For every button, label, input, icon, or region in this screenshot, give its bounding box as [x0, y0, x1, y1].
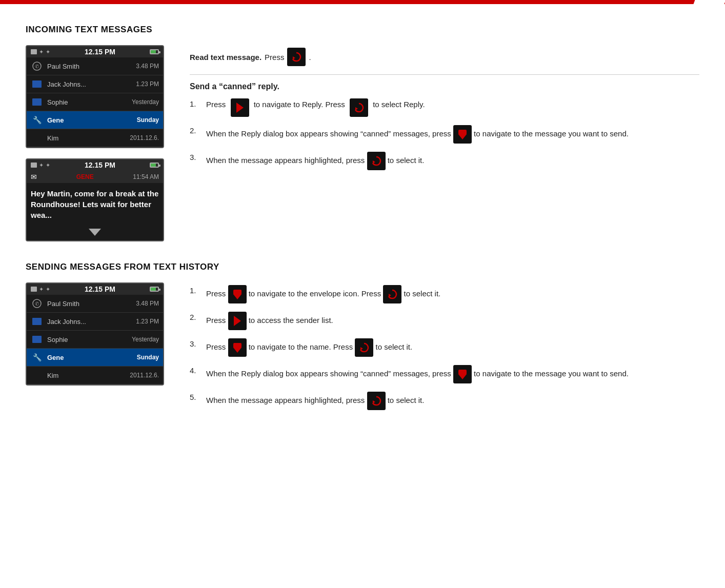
- svg-rect-15: [458, 370, 467, 375]
- send-step-5: 5. When the message appears highlighted,…: [190, 392, 699, 410]
- msg-time: Yesterday: [132, 98, 159, 106]
- phone-screen-2: ✦ ✦ 12.15 PM ✉ GENE 11:54 AM Hey Martin,…: [26, 158, 164, 241]
- s2-text2: to access the sender list.: [249, 316, 333, 325]
- msg-row-inner: Gene Sunday: [47, 116, 159, 124]
- phones-column-sending: ✦ ✦ 12.15 PM ✆ Paul Smith 3.48 PM: [26, 282, 169, 386]
- detail-sender: GENE: [76, 173, 94, 180]
- msg-time: 1.23 PM: [136, 80, 159, 88]
- battery-icon-sending: [150, 287, 159, 292]
- svg-rect-9: [233, 290, 241, 295]
- step-num-4: 4.: [190, 365, 201, 377]
- divider: [190, 74, 699, 75]
- sending-steps-list: 1. Press to navigate to the envelope ico…: [190, 285, 699, 410]
- svg-marker-13: [233, 348, 241, 353]
- circle-arrow-button-3: [367, 152, 386, 170]
- step3-text1: When the message appears highlighted, pr…: [206, 156, 367, 165]
- msg-row-highlighted: 🔧 Gene Sunday: [27, 349, 163, 367]
- svg-text:✆: ✆: [35, 64, 39, 69]
- svg-marker-6: [373, 160, 375, 164]
- send-step-1: 1. Press to navigate to the envelope ico…: [190, 285, 699, 303]
- msg-row-inner: Paul Smith 3.48 PM: [47, 63, 159, 70]
- square-icon: [31, 78, 43, 90]
- down-arrow-icon: [89, 229, 101, 236]
- send-canned-heading: Send a “canned” reply.: [190, 82, 699, 91]
- step-content-2: When the Reply dialog box appears showin…: [206, 125, 699, 144]
- phone-detail: ✉ GENE 11:54 AM Hey Martin, come for a b…: [27, 171, 163, 240]
- step-content-5: When the message appears highlighted, pr…: [206, 392, 699, 410]
- svg-marker-10: [233, 294, 241, 299]
- phone-detail-header: ✉ GENE 11:54 AM: [27, 171, 163, 183]
- page-content: INCOMING TEXT MESSAGES ✦ ✦ 12.15 PM: [0, 4, 725, 459]
- s4-text1: When the Reply dialog box appears showin…: [206, 369, 453, 378]
- svg-marker-14: [360, 347, 363, 350]
- wrench-icon: 🔧: [31, 114, 43, 126]
- msg-time: 3.48 PM: [136, 300, 159, 307]
- msg-name: Jack Johns...: [47, 80, 86, 88]
- msg-row-inner: Kim 2011.12.6.: [47, 372, 159, 379]
- msg-row: Jack Johns... 1.23 PM: [27, 313, 163, 331]
- msg-time: Sunday: [137, 354, 159, 361]
- circle-arrow-button-s1: [383, 285, 401, 303]
- phone-status-bar-sending: ✦ ✦ 12.15 PM: [27, 283, 163, 295]
- signal-icon: [31, 287, 37, 292]
- detail-time: 11:54 AM: [133, 173, 159, 180]
- msg-row-highlighted: 🔧 Gene Sunday: [27, 111, 163, 129]
- step-2: 2. When the Reply dialog box appears sho…: [190, 125, 699, 144]
- step-content-3: Press to navigate to the name. Press: [206, 338, 699, 357]
- svg-marker-17: [373, 400, 375, 403]
- step-content-3: When the message appears highlighted, pr…: [206, 152, 699, 170]
- msg-row-inner: Sophie Yesterday: [47, 336, 159, 343]
- star-icon: ✦: [39, 286, 44, 293]
- envelope-icon: ✉: [31, 173, 37, 181]
- step-num-3: 3.: [190, 338, 201, 350]
- msg-name: Sophie: [47, 98, 68, 106]
- step1-text2: to select Reply.: [371, 98, 425, 111]
- press-label: Press: [265, 53, 284, 62]
- phone-time-1: 12.15 PM: [85, 48, 115, 56]
- chevron-icon: [234, 316, 241, 326]
- send-step-4: 4. When the Reply dialog box appears sho…: [190, 365, 699, 383]
- phone-status-bar-1: ✦ ✦ 12.15 PM: [27, 46, 163, 57]
- step-1: 1. Press to navigate to Reply. Press: [190, 98, 699, 117]
- msg-row: Sophie Yesterday: [27, 93, 163, 111]
- msg-row-inner: Paul Smith 3.48 PM: [47, 300, 159, 308]
- read-msg-bold: Read text message.: [190, 53, 261, 62]
- phone-time-sending: 12.15 PM: [85, 285, 115, 293]
- msg-row: Jack Johns... 1.23 PM: [27, 75, 163, 93]
- msg-name: Sophie: [47, 336, 68, 343]
- down-arrow-button-s3: [228, 338, 247, 357]
- msg-name: Paul Smith: [47, 300, 79, 308]
- circle-arrow-button-s5: [367, 392, 386, 410]
- msg-time: Yesterday: [132, 336, 159, 343]
- signal-icon: [31, 49, 37, 54]
- square-icon: [31, 96, 43, 108]
- battery-icon-1: [150, 49, 159, 54]
- phone-icon: ✆: [31, 297, 43, 310]
- empty-icon: [31, 132, 43, 144]
- status-icons-sending: ✦ ✦: [31, 286, 50, 293]
- msg-row: Kim 2011.12.6.: [27, 367, 163, 384]
- s5-text2: to select it.: [388, 396, 425, 404]
- send-step-2: 2. Press to access the sender list.: [190, 312, 699, 330]
- square-icon: [31, 315, 43, 328]
- svg-text:✆: ✆: [35, 301, 39, 307]
- period: .: [309, 53, 311, 62]
- detail-arrow-down: [27, 226, 163, 240]
- square-icon: [31, 333, 43, 346]
- step-3: 3. When the message appears highlighted,…: [190, 152, 699, 170]
- phones-column: ✦ ✦ 12.15 PM ✆ Paul Smith 3.48 PM: [26, 45, 169, 241]
- msg-row-inner: Kim 2011.12.6.: [47, 134, 159, 142]
- step-num-2: 2.: [190, 312, 201, 323]
- s1-text1: Press: [206, 289, 228, 298]
- msg-name: Gene: [47, 354, 64, 361]
- chevron-icon: [236, 103, 244, 113]
- top-bar: [0, 0, 725, 4]
- step-content-2: Press to access the sender list.: [206, 312, 699, 330]
- msg-list-sending: ✆ Paul Smith 3.48 PM Jack Johns...: [27, 295, 163, 384]
- chevron-button-s2: [228, 312, 247, 330]
- star-icon: ✦: [39, 162, 44, 169]
- star-icon: ✦: [39, 49, 44, 55]
- step1-press: Press: [206, 98, 228, 111]
- s1-text2: to navigate to the envelope icon. Press: [249, 289, 384, 298]
- status-icons-2: ✦ ✦: [31, 162, 50, 169]
